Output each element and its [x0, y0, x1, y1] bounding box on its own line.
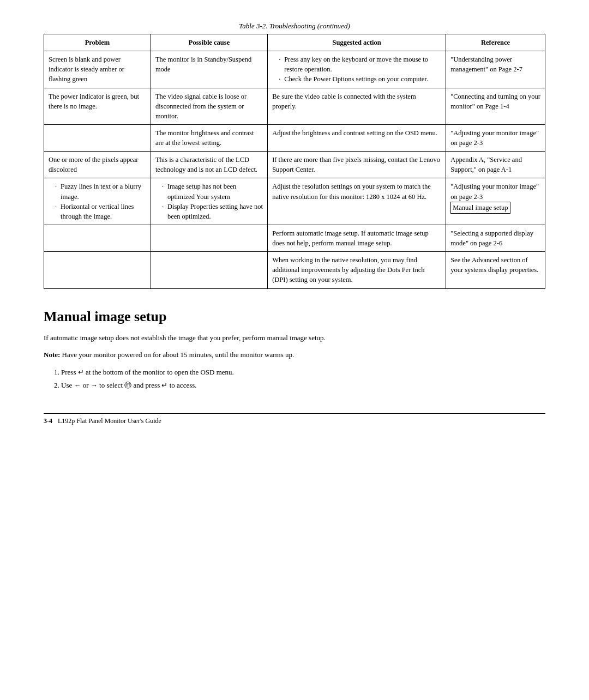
- action-cell: Adjust the resolution settings on your s…: [268, 178, 446, 225]
- action-cell: When working in the native resolution, y…: [268, 252, 446, 288]
- col-header-action: Suggested action: [268, 34, 446, 51]
- section-heading: Manual image setup: [44, 309, 545, 325]
- table-row: Perform automatic image setup. If automa…: [44, 225, 545, 251]
- cause-cell: The monitor brightness and contrast are …: [151, 124, 267, 151]
- table-row: One or more of the pixels appear discolo…: [44, 152, 545, 178]
- table-row: The power indicator is green, but there …: [44, 88, 545, 124]
- cause-cell: The video signal cable is loose or disco…: [151, 88, 267, 124]
- action-cell: If there are more than five pixels missi…: [268, 152, 446, 178]
- problem-bullet: Horizontal or vertical lines through the…: [55, 202, 146, 221]
- problem-cell: [44, 225, 151, 251]
- problem-cell: The power indicator is green, but there …: [44, 88, 151, 124]
- reference-cell: "Connecting and turning on your monitor"…: [446, 88, 545, 124]
- action-cell: Be sure the video cable is connected wit…: [268, 88, 446, 124]
- cause-bullet: Display Properties setting have not been…: [162, 202, 263, 221]
- reference-box: Manual image setup: [450, 202, 510, 214]
- action-text: Adjust the resolution settings on your s…: [272, 183, 431, 200]
- action-bullet: Check the Power Options settings on your…: [279, 74, 441, 84]
- cause-bullet: Image setup has not been optimized Your …: [162, 182, 263, 201]
- table-row: The monitor brightness and contrast are …: [44, 124, 545, 151]
- table-row: Fuzzy lines in text or a blurry image. H…: [44, 178, 545, 225]
- reference-text: "Adjusting your monitor image" on page 2…: [450, 183, 539, 200]
- step-2: Use ← or → to select ⓜ and press ↵ to ac…: [61, 380, 545, 391]
- reference-cell: "Adjusting your monitor image" on page 2…: [446, 124, 545, 151]
- table-caption: Table 3-2. Troubleshooting (continued): [44, 22, 545, 31]
- reference-cell: Appendix A, "Service and Support," on pa…: [446, 152, 545, 178]
- cause-cell: The monitor is in Standby/Suspend mode: [151, 51, 267, 88]
- cause-cell: Image setup has not been optimized Your …: [151, 178, 267, 225]
- col-header-reference: Reference: [446, 34, 545, 51]
- reference-cell: "Adjusting your monitor image" on page 2…: [446, 178, 545, 225]
- action-cell: Press any key on the keyboard or move th…: [268, 51, 446, 88]
- problem-cell: Fuzzy lines in text or a blurry image. H…: [44, 178, 151, 225]
- problem-cell: Screen is blank and power indicator is s…: [44, 51, 151, 88]
- action-cell: Adjust the brightness and contrast setti…: [268, 124, 446, 151]
- note-content-text: Have your monitor powered on for about 1…: [62, 351, 294, 359]
- reference-cell: See the Advanced section of your systems…: [446, 252, 545, 288]
- col-header-cause: Possible cause: [151, 34, 267, 51]
- problem-cell: [44, 124, 151, 151]
- steps-list: Press ↵ at the bottom of the monitor to …: [61, 367, 545, 392]
- troubleshooting-table: Problem Possible cause Suggested action …: [44, 34, 545, 289]
- problem-cell: One or more of the pixels appear discolo…: [44, 152, 151, 178]
- step-1: Press ↵ at the bottom of the monitor to …: [61, 367, 545, 378]
- reference-cell: "Selecting a supported display mode" on …: [446, 225, 545, 251]
- cause-cell: [151, 225, 267, 251]
- reference-cell: "Understanding power management" on Page…: [446, 51, 545, 88]
- table-row: When working in the native resolution, y…: [44, 252, 545, 288]
- footer-text: L192p Flat Panel Monitor User's Guide: [58, 417, 161, 425]
- footer-page: 3-4: [44, 417, 52, 425]
- cause-cell: This is a characteristic of the LCD tech…: [151, 152, 267, 178]
- action-bullet: Press any key on the keyboard or move th…: [279, 55, 441, 74]
- problem-cell: [44, 252, 151, 288]
- note-label: Note:: [44, 351, 60, 359]
- table-row: Screen is blank and power indicator is s…: [44, 51, 545, 88]
- action-cell: Perform automatic image setup. If automa…: [268, 225, 446, 251]
- intro-paragraph: If automatic image setup does not establ…: [44, 333, 545, 343]
- cause-cell: [151, 252, 267, 288]
- footer: 3-4 L192p Flat Panel Monitor User's Guid…: [44, 413, 545, 425]
- note-paragraph: Note: Have your monitor powered on for a…: [44, 349, 545, 360]
- problem-bullet: Fuzzy lines in text or a blurry image.: [55, 182, 146, 201]
- col-header-problem: Problem: [44, 34, 151, 51]
